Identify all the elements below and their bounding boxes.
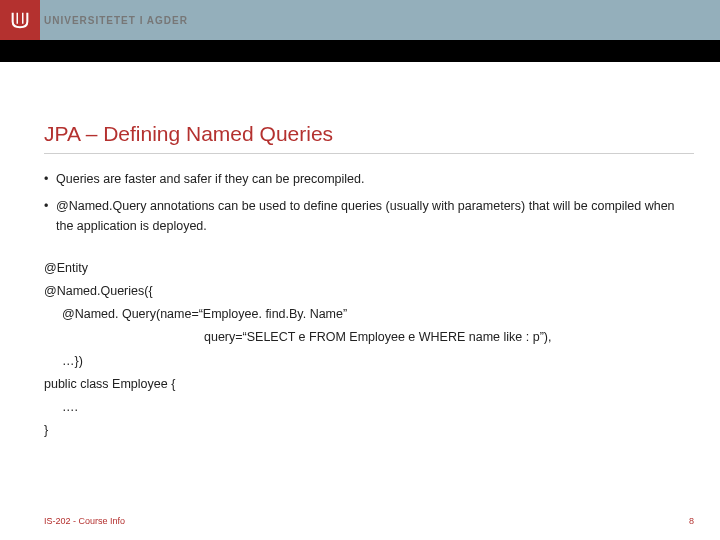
list-item: • @Named.Query annotations can be used t…	[44, 197, 680, 236]
code-line: public class Employee {	[44, 373, 680, 396]
university-logo-icon	[0, 0, 40, 40]
bullet-dot-icon: •	[44, 197, 56, 236]
code-block: @Entity @Named.Queries({ @Named. Query(n…	[44, 257, 680, 442]
bullet-text: @Named.Query annotations can be used to …	[56, 197, 680, 236]
code-line: ….	[44, 396, 680, 419]
code-line: @Named.Queries({	[44, 280, 680, 303]
code-line: query=“SELECT e FROM Employee e WHERE na…	[44, 326, 680, 349]
bullet-dot-icon: •	[44, 170, 56, 189]
title-underline	[44, 153, 694, 154]
footer-course: IS-202 - Course Info	[44, 516, 125, 526]
code-line: @Entity	[44, 257, 680, 280]
university-name: UNIVERSITETET I AGDER	[44, 0, 188, 40]
page-number: 8	[689, 516, 694, 526]
header-black-stripe	[0, 40, 720, 62]
slide: UNIVERSITETET I AGDER JPA – Defining Nam…	[0, 0, 720, 540]
bullet-text: Queries are faster and safer if they can…	[56, 170, 680, 189]
code-line: }	[44, 419, 680, 442]
slide-title: JPA – Defining Named Queries	[44, 122, 680, 146]
list-item: • Queries are faster and safer if they c…	[44, 170, 680, 189]
bullet-list: • Queries are faster and safer if they c…	[44, 170, 680, 244]
code-line: …})	[44, 350, 680, 373]
code-line: @Named. Query(name=“Employee. find.By. N…	[44, 303, 680, 326]
